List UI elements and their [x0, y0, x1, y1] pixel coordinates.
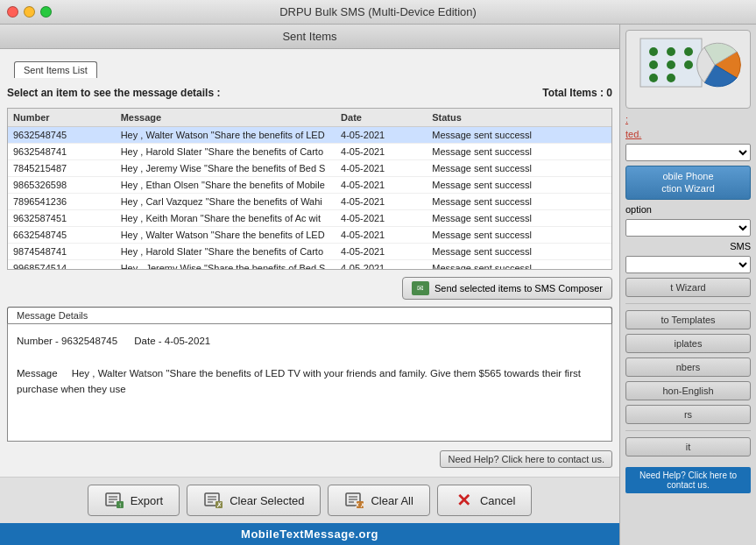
titlebar-buttons — [7, 6, 52, 18]
sent-items-table: Number Message Date Status 9632548745Hey… — [8, 109, 611, 270]
cell-date: 4-05-2021 — [336, 260, 427, 271]
cell-message: Hey , Keith Moran "Share the benefits of… — [116, 210, 336, 227]
titlebar: DRPU Bulk SMS (Multi-Device Edition) — [0, 0, 756, 25]
cell-status: Message sent successl — [427, 227, 611, 244]
footer-bar: MobileTextMessage.org — [0, 523, 619, 545]
non-english-button[interactable]: hon-English — [625, 381, 751, 400]
table-row[interactable]: 9865326598Hey , Ethan Olsen "Share the b… — [8, 177, 611, 194]
cell-status: Message sent successl — [427, 160, 611, 177]
right-select-3[interactable] — [625, 256, 751, 273]
templates2-button[interactable]: iplates — [625, 334, 751, 353]
main-window: Sent Items Sent Items List Select an ite… — [0, 25, 756, 545]
col-message: Message — [116, 109, 336, 127]
export-button[interactable]: ↑ Export — [88, 485, 180, 516]
svg-text:✗✗: ✗✗ — [355, 502, 364, 508]
table-wrapper[interactable]: Number Message Date Status 9632548745Hey… — [7, 108, 612, 270]
right-select-1[interactable] — [625, 144, 751, 161]
separator-1 — [625, 303, 751, 304]
rs-button[interactable]: rs — [625, 405, 751, 424]
table-row[interactable]: 7896541236Hey , Carl Vazquez "Share the … — [8, 194, 611, 210]
cell-message: Hey , Harold Slater "Share the benefits … — [116, 144, 336, 160]
table-row[interactable]: 7845215487Hey , Jeremy Wise "Share the b… — [8, 160, 611, 177]
cell-status: Message sent successl — [427, 127, 611, 144]
send-area: ✉ Send selected items to SMS Composer — [7, 277, 612, 300]
sent-items-tab[interactable]: Sent Items List — [14, 61, 97, 78]
col-date: Date — [336, 109, 427, 127]
clear-all-button[interactable]: ✗✗ Clear All — [328, 485, 429, 516]
cell-date: 4-05-2021 — [336, 160, 427, 177]
help-button[interactable]: Need Help? Click here to contact us. — [440, 450, 612, 468]
message-details-tab: Message Details — [7, 307, 612, 323]
table-row[interactable]: 6632548745Hey , Walter Watson "Share the… — [8, 227, 611, 244]
sms-icon: ✉ — [412, 281, 429, 295]
cancel-icon: ✕ — [454, 491, 475, 510]
message-details-content: Number - 9632548745 Date - 4-05-2021 Mes… — [7, 323, 612, 442]
table-row[interactable]: 9874548741Hey , Harold Slater "Share the… — [8, 244, 611, 260]
content-area: Sent Items List Select an item to see th… — [0, 49, 619, 477]
table-row[interactable]: 9632548745Hey , Walter Watson "Share the… — [8, 127, 611, 144]
maximize-button[interactable] — [40, 6, 52, 18]
right-select-2[interactable] — [625, 219, 751, 237]
cell-number: 6632548745 — [8, 227, 116, 244]
diagram-svg — [636, 34, 741, 104]
cell-date: 4-05-2021 — [336, 177, 427, 194]
numbers-button[interactable]: nbers — [625, 357, 751, 377]
cell-status: Message sent successl — [427, 210, 611, 227]
svg-text:↑: ↑ — [118, 501, 122, 509]
cell-number: 9632548745 — [8, 127, 116, 144]
cell-date: 4-05-2021 — [336, 244, 427, 260]
cell-status: Message sent successl — [427, 260, 611, 271]
wizard-button[interactable]: t Wizard — [625, 278, 751, 297]
close-button[interactable] — [7, 6, 18, 18]
cell-status: Message sent successl — [427, 144, 611, 160]
svg-point-23 — [667, 60, 675, 69]
cancel-button[interactable]: ✕ Cancel — [437, 485, 532, 516]
cell-message: Hey , Harold Slater "Share the benefits … — [116, 244, 336, 260]
send-btn-label: Send selected items to SMS Composer — [435, 283, 603, 294]
right-sms-label: SMS — [625, 241, 751, 251]
message-text: Hey , Walter Watson "Share the benefits … — [17, 368, 581, 394]
cell-number: 9865326598 — [8, 177, 116, 194]
select-label: Select an item to see the message detail… — [7, 87, 220, 99]
clear-selected-button[interactable]: ✗ Clear Selected — [187, 485, 321, 516]
panel-header: Sent Items — [0, 25, 619, 49]
diagram-box — [625, 30, 751, 109]
col-number: Number — [8, 109, 116, 127]
svg-text:✗: ✗ — [216, 501, 223, 509]
clear-all-icon: ✗✗ — [344, 491, 365, 510]
cell-number: 7845215487 — [8, 160, 116, 177]
right-label-1: : — [625, 114, 751, 124]
message-meta: Number - 9632548745 Date - 4-05-2021 — [17, 333, 603, 349]
export-label: Export — [131, 494, 164, 507]
cell-message: Hey , Carl Vazquez "Share the benefits o… — [116, 194, 336, 210]
svg-point-25 — [649, 74, 658, 82]
cancel-label: Cancel — [480, 494, 515, 507]
cell-message: Hey , Walter Watson "Share the benefits … — [116, 127, 336, 144]
svg-point-19 — [649, 47, 658, 56]
minimize-button[interactable] — [24, 6, 35, 18]
cell-status: Message sent successl — [427, 194, 611, 210]
templates-button[interactable]: to Templates — [625, 310, 751, 329]
right-option-label: option — [625, 204, 751, 215]
right-controls: : ted. obile Phone ction Wizard option S… — [625, 114, 751, 457]
table-header-row: Number Message Date Status — [8, 109, 611, 127]
svg-point-20 — [667, 47, 675, 56]
right-help-button[interactable]: Need Help? Click here to contact us. — [625, 467, 751, 493]
send-to-composer-button[interactable]: ✉ Send selected items to SMS Composer — [402, 277, 612, 300]
table-row[interactable]: 9632548741Hey , Harold Slater "Share the… — [8, 144, 611, 160]
window-title: Sent Items — [282, 30, 336, 43]
cell-date: 4-05-2021 — [336, 227, 427, 244]
svg-point-21 — [684, 47, 693, 56]
footer-label: MobileTextMessage.org — [241, 527, 378, 541]
separator-2 — [625, 430, 751, 431]
message-body: Message Hey , Walter Watson "Share the b… — [17, 365, 603, 398]
cell-number: 9874548741 — [8, 244, 116, 260]
cell-date: 4-05-2021 — [336, 210, 427, 227]
table-row[interactable]: 9632587451Hey , Keith Moran "Share the b… — [8, 210, 611, 227]
mobile-phone-wizard-button[interactable]: obile Phone ction Wizard — [625, 166, 751, 200]
cell-number: 9632548741 — [8, 144, 116, 160]
message-number: Number - 9632548745 — [17, 336, 117, 346]
table-row[interactable]: 9968574514Hey , Jeremy Wise "Share the b… — [8, 260, 611, 271]
it-button[interactable]: it — [625, 437, 751, 457]
cell-number: 9968574514 — [8, 260, 116, 271]
